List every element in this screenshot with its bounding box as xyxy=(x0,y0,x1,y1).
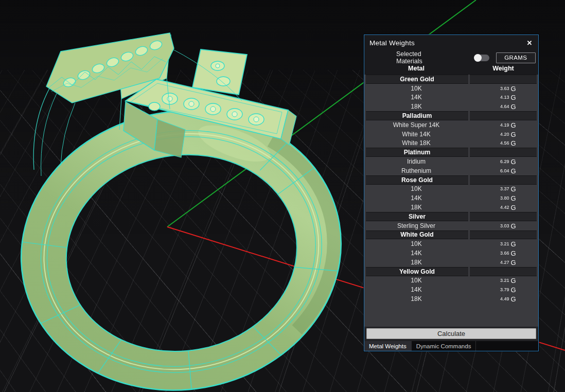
weight-unit: G xyxy=(510,186,516,192)
metal-row-weight: 4.56G xyxy=(468,139,538,147)
metal-group-weight-cell xyxy=(470,148,537,157)
units-button[interactable]: GRAMS xyxy=(496,52,536,63)
app-window: Metal Weights ✕ Selected Materials GRAMS… xyxy=(0,0,565,392)
tab-metal-weights[interactable]: Metal Weights xyxy=(364,341,412,351)
metal-row-label: 18K xyxy=(364,259,468,266)
weight-unit: G xyxy=(510,122,516,129)
weight-value: 4.42 xyxy=(496,205,509,210)
metal-row-label: Iridium xyxy=(364,158,468,165)
weight-value: 4.49 xyxy=(496,296,509,301)
panel-controls-row: Selected Materials GRAMS xyxy=(364,50,538,65)
metal-row-label: White 14K xyxy=(364,131,468,138)
calculate-button[interactable]: Calculate xyxy=(366,328,536,339)
weight-unit: G xyxy=(510,296,516,302)
metal-row: 14K3.66G xyxy=(364,248,538,258)
metal-row-label: White Super 14K xyxy=(364,121,468,129)
metal-row-label: 18K xyxy=(364,204,468,211)
metal-row: 14K4.13G xyxy=(364,93,538,102)
toggle-knob xyxy=(474,54,482,62)
metal-row: 14K3.80G xyxy=(364,193,538,203)
metal-row-label: 10K xyxy=(364,85,468,92)
weight-value: 4.20 xyxy=(496,132,509,137)
metal-row-weight: 6.29G xyxy=(468,158,538,165)
panel-tabbar: Metal Weights Dynamic Commands xyxy=(364,341,538,351)
metal-group-header-row: Platinum xyxy=(364,148,538,157)
weight-unit: G xyxy=(510,158,516,165)
metal-row-weight: 4.49G xyxy=(468,295,538,302)
metal-column-header: Metal xyxy=(364,65,468,75)
weight-unit: G xyxy=(510,85,516,92)
weight-value: 4.27 xyxy=(496,260,509,265)
metal-row: White 14K4.20G xyxy=(364,130,538,139)
metal-row-label: 10K xyxy=(364,240,468,247)
weight-value: 3.80 xyxy=(496,195,509,201)
metal-row-weight: 3.21G xyxy=(468,240,538,247)
metal-group-weight-cell xyxy=(470,111,537,120)
weight-unit: G xyxy=(510,277,516,284)
weight-value: 6.29 xyxy=(496,159,509,164)
metal-group-weight-cell xyxy=(470,230,537,240)
weight-value: 3.79 xyxy=(496,287,509,292)
metal-row-label: 18K xyxy=(364,103,468,110)
metal-group-weight-cell xyxy=(470,75,537,84)
metal-row: 10K3.21G xyxy=(364,276,538,286)
metal-row: White 18K4.56G xyxy=(364,139,538,148)
weight-value: 3.37 xyxy=(496,186,509,191)
weight-column-header: Weight xyxy=(468,65,538,75)
metal-group-weight-cell xyxy=(470,212,537,221)
weight-unit: G xyxy=(510,94,516,101)
selected-materials-label: Selected Materials xyxy=(396,50,448,65)
metal-row-weight: 3.80G xyxy=(468,194,538,202)
close-icon[interactable]: ✕ xyxy=(525,38,534,47)
metal-group-header-row: Yellow Gold xyxy=(364,267,538,276)
weight-unit: G xyxy=(510,241,516,247)
metal-row-weight: 4.19G xyxy=(468,121,538,129)
metal-row: Sterling Silver3.03G xyxy=(364,221,538,230)
metal-group-name: Platinum xyxy=(366,148,468,157)
t-table-arm xyxy=(192,49,247,95)
metal-group-name: Green Gold xyxy=(366,75,468,84)
weight-unit: G xyxy=(510,287,516,293)
metal-group-header-row: Silver xyxy=(364,212,538,221)
weight-unit: G xyxy=(510,195,516,202)
weight-unit: G xyxy=(510,259,516,266)
metal-group-weight-cell xyxy=(470,175,537,185)
metal-group-header-row: White Gold xyxy=(364,230,538,240)
metal-group-header-row: Rose Gold xyxy=(364,175,538,185)
metal-row-label: 14K xyxy=(364,94,468,101)
metal-group-header-row: Green Gold xyxy=(364,75,538,84)
metal-row-label: 14K xyxy=(364,250,468,257)
metal-row: 10K3.21G xyxy=(364,239,538,248)
panel-titlebar[interactable]: Metal Weights ✕ xyxy=(364,35,538,50)
tab-dynamic-commands[interactable]: Dynamic Commands xyxy=(412,341,476,351)
metal-row: 18K4.49G xyxy=(364,294,538,304)
weight-value: 3.03 xyxy=(496,223,509,228)
weight-value: 4.19 xyxy=(496,122,509,128)
metal-row-weight: 3.66G xyxy=(468,250,538,257)
metal-row-label: 10K xyxy=(364,277,468,284)
metal-weights-panel: Metal Weights ✕ Selected Materials GRAMS… xyxy=(364,34,539,351)
metal-row-weight: 4.13G xyxy=(468,94,538,101)
weight-value: 3.21 xyxy=(496,241,509,246)
metal-row-label: White 18K xyxy=(364,139,468,147)
metal-row: 18K4.27G xyxy=(364,258,538,267)
metal-group-name: Palladium xyxy=(366,111,468,120)
ring-model[interactable] xyxy=(0,33,363,392)
metal-row-weight: 3.03G xyxy=(468,222,538,229)
metal-row: 14K3.79G xyxy=(364,285,538,294)
selected-materials-toggle[interactable] xyxy=(474,55,489,61)
metal-row-label: 10K xyxy=(364,185,468,192)
weight-value: 3.66 xyxy=(496,251,509,256)
metal-row-label: 14K xyxy=(364,194,468,202)
weight-unit: G xyxy=(510,131,516,138)
weight-unit: G xyxy=(510,168,516,174)
metal-row-weight: 3.79G xyxy=(468,286,538,293)
metal-row-weight: 4.20G xyxy=(468,131,538,138)
weight-unit: G xyxy=(510,250,516,257)
weight-unit: G xyxy=(510,103,516,110)
metal-row: 10K3.37G xyxy=(364,185,538,194)
weight-value: 4.13 xyxy=(496,95,509,100)
panel-title: Metal Weights xyxy=(369,39,415,47)
metal-row-weight: 3.37G xyxy=(468,185,538,192)
metal-row-label: Ruthenium xyxy=(364,167,468,174)
